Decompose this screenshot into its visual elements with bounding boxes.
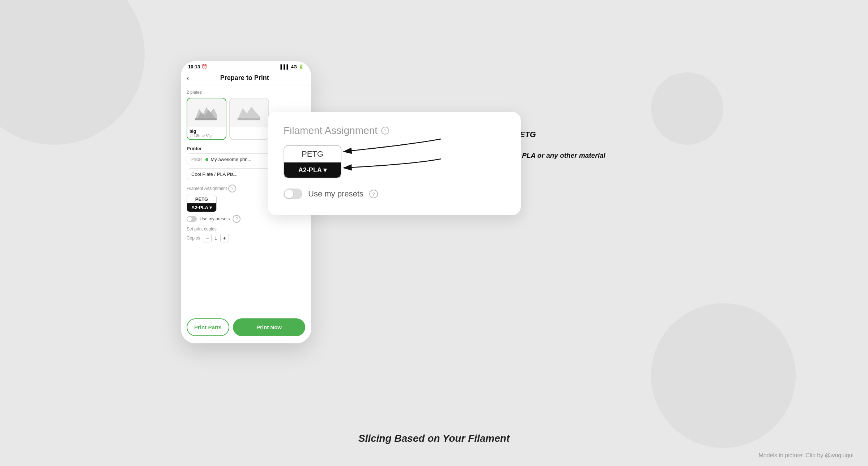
filament-a2pla-label[interactable]: A2-PLA ▾ xyxy=(187,203,216,212)
popup-a2pla-label[interactable]: A2-PLA ▾ xyxy=(284,162,341,178)
popup-help-icon[interactable]: ? xyxy=(381,127,389,135)
copies-sub-label: Copies xyxy=(187,236,200,241)
filament-assignment-popup: Filament Assignment ? PETG A2-PLA ▾ Use … xyxy=(268,112,521,215)
print-parts-button[interactable]: Print Parts xyxy=(187,318,229,336)
plate-image-1 xyxy=(187,98,226,127)
popup-title-text: Filament Assignment xyxy=(284,125,378,136)
print-now-button[interactable]: Print Now xyxy=(233,318,305,336)
phone-header: ‹ Prepare to Print xyxy=(181,72,311,85)
plate-info-2 xyxy=(230,127,268,135)
back-button[interactable]: ‹ xyxy=(187,74,189,82)
model-svg-1 xyxy=(192,102,221,124)
plate-card-1[interactable]: big ⏱1.8h ⚖30g xyxy=(187,98,226,140)
svg-rect-1 xyxy=(238,118,260,120)
printer-name: My awesome prin... xyxy=(210,157,251,162)
presets-row: Use my presets ? xyxy=(187,215,305,223)
main-container: 10:13 ⏰ ▌▌▌ 4G 🔋 ‹ Prepare to Print 2 pl… xyxy=(181,61,687,405)
popup-petg-label: PETG xyxy=(284,146,341,162)
copies-section: Set print copies xyxy=(187,226,305,232)
popup-presets-help-icon[interactable]: ? xyxy=(369,190,378,198)
copies-row: Copies − 1 + xyxy=(187,234,305,242)
copies-minus-button[interactable]: − xyxy=(203,234,212,242)
filament-petg-label: PETG xyxy=(187,195,216,203)
copies-label: Set print copies xyxy=(187,226,217,232)
copies-quantity: 1 xyxy=(214,236,217,241)
presets-label: Use my presets xyxy=(200,216,230,221)
filament-label-text: Filament Assignment xyxy=(187,186,227,191)
plate-info-1: big ⏱1.8h ⚖30g xyxy=(187,127,226,139)
status-bar: 10:13 ⏰ ▌▌▌ 4G 🔋 xyxy=(181,61,311,72)
status-icons: ▌▌▌ 4G 🔋 xyxy=(280,64,304,69)
bottom-slogan: Slicing Based on Your Filament xyxy=(358,433,510,444)
signal-icon: ▌▌▌ xyxy=(280,64,290,69)
copies-plus-button[interactable]: + xyxy=(220,234,229,242)
popup-filament-selector[interactable]: PETG A2-PLA ▾ xyxy=(284,145,341,178)
plate-image-2 xyxy=(230,98,268,127)
popup-presets-label: Use my presets xyxy=(308,189,363,199)
model-svg-2 xyxy=(235,102,264,124)
page-title: Prepare to Print xyxy=(195,74,294,82)
plate-weight-1: ⚖30g xyxy=(202,134,212,138)
plate-meta-1: ⏱1.8h ⚖30g xyxy=(190,134,224,138)
plate-name-2 xyxy=(232,129,266,134)
bg-decoration-1 xyxy=(0,0,145,145)
phone-bottom-bar: Print Parts Print Now xyxy=(181,315,311,343)
cool-plate-label: Cool Plate / PLA Pla... xyxy=(191,171,238,177)
plate-name-1: big xyxy=(190,129,224,134)
status-time: 10:13 ⏰ xyxy=(188,64,207,69)
plate-time-1: ⏱1.8h xyxy=(190,134,200,138)
popup-presets-toggle[interactable] xyxy=(284,188,302,199)
printer-status-dot xyxy=(205,158,208,161)
alarm-icon: ⏰ xyxy=(201,64,207,69)
filament-help-icon[interactable]: ? xyxy=(228,185,236,192)
filament-box[interactable]: PETG A2-PLA ▾ xyxy=(187,195,217,212)
svg-rect-0 xyxy=(195,118,217,120)
presets-toggle[interactable] xyxy=(187,216,197,222)
popup-presets-row: Use my presets ? xyxy=(284,188,505,199)
printer-sub-label: Printer xyxy=(191,157,202,161)
attribution-text: Models in picture: Clip by @wuguigui xyxy=(758,452,854,459)
time-display: 10:13 xyxy=(188,64,200,69)
presets-help-icon[interactable]: ? xyxy=(233,215,241,223)
plate-card-2[interactable] xyxy=(229,98,269,140)
network-label: 4G xyxy=(291,64,297,69)
battery-icon: 🔋 xyxy=(298,64,304,69)
popup-title: Filament Assignment ? xyxy=(284,125,505,136)
plates-label: 2 plates xyxy=(187,90,305,95)
